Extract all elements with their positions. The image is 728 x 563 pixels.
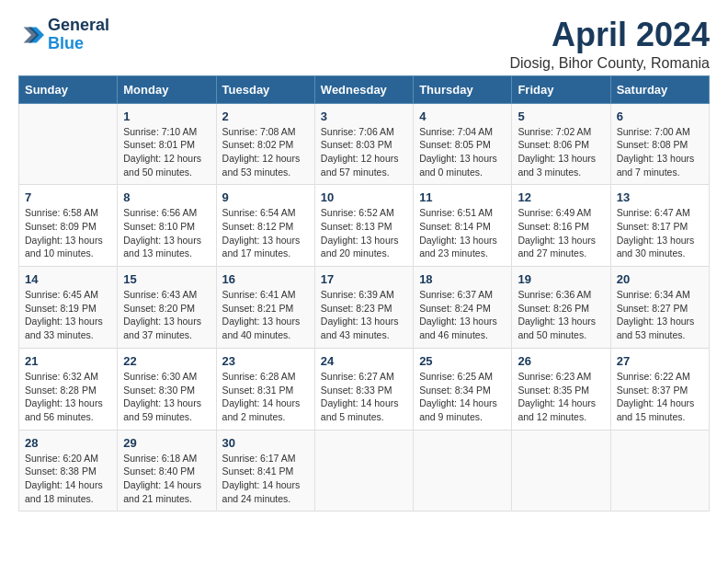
- calendar-cell: 20Sunrise: 6:34 AMSunset: 8:27 PMDayligh…: [610, 267, 709, 349]
- cell-details: Sunrise: 7:06 AMSunset: 8:03 PMDaylight:…: [321, 125, 407, 179]
- cell-details: Sunrise: 6:28 AMSunset: 8:31 PMDaylight:…: [222, 370, 309, 424]
- cell-details: Sunrise: 6:37 AMSunset: 8:24 PMDaylight:…: [419, 288, 506, 342]
- week-row-2: 14Sunrise: 6:45 AMSunset: 8:19 PMDayligh…: [19, 267, 710, 349]
- calendar-cell: 23Sunrise: 6:28 AMSunset: 8:31 PMDayligh…: [216, 348, 314, 430]
- calendar-cell: 12Sunrise: 6:49 AMSunset: 8:16 PMDayligh…: [512, 185, 610, 267]
- calendar-cell: 29Sunrise: 6:18 AMSunset: 8:40 PMDayligh…: [118, 430, 216, 511]
- calendar-cell: 18Sunrise: 6:37 AMSunset: 8:24 PMDayligh…: [414, 267, 512, 349]
- header-cell-sunday: Sunday: [19, 75, 118, 103]
- day-number: 8: [123, 190, 210, 204]
- cell-details: Sunrise: 6:30 AMSunset: 8:30 PMDaylight:…: [123, 370, 210, 424]
- cell-details: Sunrise: 6:47 AMSunset: 8:17 PMDaylight:…: [617, 206, 703, 260]
- day-number: 9: [222, 190, 309, 204]
- cell-details: Sunrise: 6:17 AMSunset: 8:41 PMDaylight:…: [222, 452, 309, 506]
- calendar-cell: 14Sunrise: 6:45 AMSunset: 8:19 PMDayligh…: [19, 267, 118, 349]
- calendar-cell: 4Sunrise: 7:04 AMSunset: 8:05 PMDaylight…: [414, 103, 512, 185]
- week-row-1: 7Sunrise: 6:58 AMSunset: 8:09 PMDaylight…: [19, 185, 710, 267]
- calendar-cell: [512, 430, 610, 511]
- header: General Blue April 2024 Diosig, Bihor Co…: [18, 17, 710, 72]
- cell-details: Sunrise: 6:45 AMSunset: 8:19 PMDaylight:…: [25, 288, 111, 342]
- day-number: 1: [123, 109, 210, 123]
- day-number: 13: [617, 190, 703, 204]
- header-cell-friday: Friday: [512, 75, 610, 103]
- calendar-cell: 30Sunrise: 6:17 AMSunset: 8:41 PMDayligh…: [216, 430, 314, 511]
- cell-details: Sunrise: 6:32 AMSunset: 8:28 PMDaylight:…: [25, 370, 111, 424]
- week-row-0: 1Sunrise: 7:10 AMSunset: 8:01 PMDaylight…: [19, 103, 710, 185]
- calendar-cell: 15Sunrise: 6:43 AMSunset: 8:20 PMDayligh…: [118, 267, 216, 349]
- day-number: 17: [321, 272, 407, 286]
- cell-details: Sunrise: 7:10 AMSunset: 8:01 PMDaylight:…: [123, 125, 210, 179]
- cell-details: Sunrise: 7:08 AMSunset: 8:02 PMDaylight:…: [222, 125, 309, 179]
- cell-details: Sunrise: 6:20 AMSunset: 8:38 PMDaylight:…: [25, 452, 111, 506]
- day-number: 24: [321, 354, 407, 368]
- calendar-cell: 17Sunrise: 6:39 AMSunset: 8:23 PMDayligh…: [314, 267, 413, 349]
- header-cell-wednesday: Wednesday: [314, 75, 413, 103]
- calendar-body: 1Sunrise: 7:10 AMSunset: 8:01 PMDaylight…: [19, 103, 710, 511]
- day-number: 15: [123, 272, 210, 286]
- day-number: 2: [222, 109, 309, 123]
- day-number: 7: [25, 190, 111, 204]
- cell-details: Sunrise: 6:41 AMSunset: 8:21 PMDaylight:…: [222, 288, 309, 342]
- cell-details: Sunrise: 6:25 AMSunset: 8:34 PMDaylight:…: [419, 370, 506, 424]
- header-cell-saturday: Saturday: [610, 75, 709, 103]
- day-number: 10: [321, 190, 407, 204]
- calendar-cell: 1Sunrise: 7:10 AMSunset: 8:01 PMDaylight…: [118, 103, 216, 185]
- cell-details: Sunrise: 6:51 AMSunset: 8:14 PMDaylight:…: [419, 206, 506, 260]
- day-number: 26: [518, 354, 604, 368]
- calendar-cell: 11Sunrise: 6:51 AMSunset: 8:14 PMDayligh…: [414, 185, 512, 267]
- calendar-cell: 5Sunrise: 7:02 AMSunset: 8:06 PMDaylight…: [512, 103, 610, 185]
- day-number: 20: [617, 272, 703, 286]
- calendar-cell: [19, 103, 118, 185]
- week-row-3: 21Sunrise: 6:32 AMSunset: 8:28 PMDayligh…: [19, 348, 710, 430]
- calendar-cell: 10Sunrise: 6:52 AMSunset: 8:13 PMDayligh…: [314, 185, 413, 267]
- calendar-cell: [414, 430, 512, 511]
- calendar-cell: 9Sunrise: 6:54 AMSunset: 8:12 PMDaylight…: [216, 185, 314, 267]
- cell-details: Sunrise: 6:34 AMSunset: 8:27 PMDaylight:…: [617, 288, 703, 342]
- calendar-table: SundayMondayTuesdayWednesdayThursdayFrid…: [18, 75, 710, 512]
- day-number: 4: [419, 109, 506, 123]
- cell-details: Sunrise: 6:54 AMSunset: 8:12 PMDaylight:…: [222, 206, 309, 260]
- calendar-cell: 21Sunrise: 6:32 AMSunset: 8:28 PMDayligh…: [19, 348, 118, 430]
- day-number: 5: [518, 109, 604, 123]
- cell-details: Sunrise: 6:23 AMSunset: 8:35 PMDaylight:…: [518, 370, 604, 424]
- cell-details: Sunrise: 6:58 AMSunset: 8:09 PMDaylight:…: [25, 206, 111, 260]
- cell-details: Sunrise: 6:36 AMSunset: 8:26 PMDaylight:…: [518, 288, 604, 342]
- day-number: 19: [518, 272, 604, 286]
- title-block: April 2024 Diosig, Bihor County, Romania: [509, 17, 710, 72]
- day-number: 28: [25, 436, 111, 450]
- day-number: 30: [222, 436, 309, 450]
- calendar-cell: 22Sunrise: 6:30 AMSunset: 8:30 PMDayligh…: [118, 348, 216, 430]
- cell-details: Sunrise: 6:56 AMSunset: 8:10 PMDaylight:…: [123, 206, 210, 260]
- calendar-cell: 16Sunrise: 6:41 AMSunset: 8:21 PMDayligh…: [216, 267, 314, 349]
- calendar-cell: 28Sunrise: 6:20 AMSunset: 8:38 PMDayligh…: [19, 430, 118, 511]
- calendar-cell: 26Sunrise: 6:23 AMSunset: 8:35 PMDayligh…: [512, 348, 610, 430]
- calendar-cell: 8Sunrise: 6:56 AMSunset: 8:10 PMDaylight…: [118, 185, 216, 267]
- cell-details: Sunrise: 7:02 AMSunset: 8:06 PMDaylight:…: [518, 125, 604, 179]
- day-number: 21: [25, 354, 111, 368]
- calendar-cell: 27Sunrise: 6:22 AMSunset: 8:37 PMDayligh…: [610, 348, 709, 430]
- header-cell-thursday: Thursday: [414, 75, 512, 103]
- cell-details: Sunrise: 6:39 AMSunset: 8:23 PMDaylight:…: [321, 288, 407, 342]
- day-number: 22: [123, 354, 210, 368]
- calendar-header: SundayMondayTuesdayWednesdayThursdayFrid…: [19, 75, 710, 103]
- week-row-4: 28Sunrise: 6:20 AMSunset: 8:38 PMDayligh…: [19, 430, 710, 511]
- cell-details: Sunrise: 7:00 AMSunset: 8:08 PMDaylight:…: [617, 125, 703, 179]
- logo-text: General Blue: [48, 17, 109, 53]
- calendar-cell: [610, 430, 709, 511]
- calendar-cell: 25Sunrise: 6:25 AMSunset: 8:34 PMDayligh…: [414, 348, 512, 430]
- header-cell-monday: Monday: [118, 75, 216, 103]
- day-number: 6: [617, 109, 703, 123]
- day-number: 11: [419, 190, 506, 204]
- cell-details: Sunrise: 6:18 AMSunset: 8:40 PMDaylight:…: [123, 452, 210, 506]
- day-number: 14: [25, 272, 111, 286]
- header-row: SundayMondayTuesdayWednesdayThursdayFrid…: [19, 75, 710, 103]
- day-number: 12: [518, 190, 604, 204]
- main-title: April 2024: [509, 17, 710, 53]
- calendar-cell: 19Sunrise: 6:36 AMSunset: 8:26 PMDayligh…: [512, 267, 610, 349]
- calendar-cell: 2Sunrise: 7:08 AMSunset: 8:02 PMDaylight…: [216, 103, 314, 185]
- logo: General Blue: [18, 17, 109, 53]
- cell-details: Sunrise: 7:04 AMSunset: 8:05 PMDaylight:…: [419, 125, 506, 179]
- day-number: 23: [222, 354, 309, 368]
- cell-details: Sunrise: 6:27 AMSunset: 8:33 PMDaylight:…: [321, 370, 407, 424]
- calendar-cell: 7Sunrise: 6:58 AMSunset: 8:09 PMDaylight…: [19, 185, 118, 267]
